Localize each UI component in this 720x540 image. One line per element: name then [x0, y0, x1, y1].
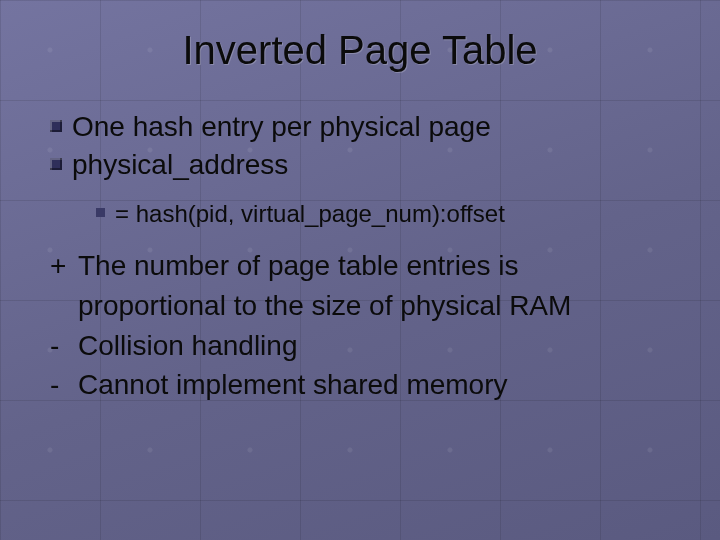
- bullet-item: physical_address: [50, 147, 692, 183]
- plain-lines: + The number of page table entries is pr…: [50, 247, 692, 404]
- minus-line: - Collision handling: [50, 327, 692, 365]
- minus-mark: -: [50, 327, 68, 365]
- minus-line: - Cannot implement shared memory: [50, 366, 692, 404]
- slide: Inverted Page Table One hash entry per p…: [0, 0, 720, 540]
- bullet-item: One hash entry per physical page: [50, 109, 692, 145]
- plus-line: + The number of page table entries is: [50, 247, 692, 285]
- square-bullet-icon: [96, 208, 105, 217]
- bullet-text: One hash entry per physical page: [72, 109, 491, 145]
- sub-bullet-item: = hash(pid, virtual_page_num):offset: [96, 198, 692, 229]
- plus-line-cont: proportional to the size of physical RAM: [50, 287, 692, 325]
- plus-mark: +: [50, 247, 68, 285]
- slide-content: One hash entry per physical page physica…: [28, 109, 692, 404]
- plus-text: The number of page table entries is: [78, 247, 518, 285]
- slide-title: Inverted Page Table: [28, 28, 692, 73]
- minus-text: Cannot implement shared memory: [78, 366, 508, 404]
- plus-text-cont: proportional to the size of physical RAM: [78, 287, 571, 325]
- minus-text: Collision handling: [78, 327, 297, 365]
- sub-bullet-text: = hash(pid, virtual_page_num):offset: [115, 198, 505, 229]
- square-bullet-icon: [50, 120, 62, 132]
- minus-mark: -: [50, 366, 68, 404]
- bullet-text: physical_address: [72, 147, 288, 183]
- square-bullet-icon: [50, 158, 62, 170]
